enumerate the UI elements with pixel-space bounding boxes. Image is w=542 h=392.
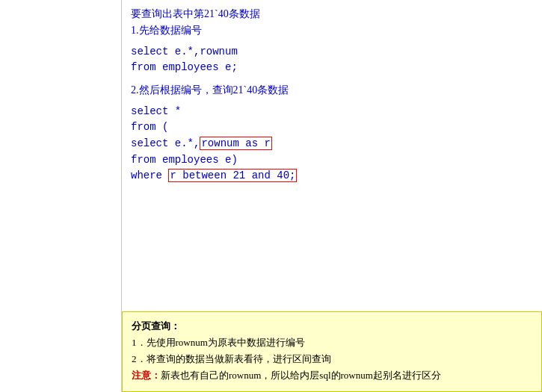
code2-line1: select * — [131, 104, 533, 120]
step1-label: 1.先给数据编号 — [131, 22, 533, 39]
heading1: 要查询出表中第21`40条数据 — [131, 6, 533, 22]
code2-line2: from ( — [131, 119, 533, 136]
right-panel: 要查询出表中第21`40条数据 1.先给数据编号 select e.*,rown… — [122, 0, 542, 392]
code-block-2: select * from ( select e.*,rownum as r f… — [131, 104, 533, 184]
tooltip-title: 分页查询： — [132, 318, 532, 335]
code-block-1: select e.*,rownum from employees e; — [131, 44, 533, 76]
tooltip-note: 注意：新表也有自己的rownum，所以给内层sql的rownum起别名进行区分 — [132, 367, 532, 384]
main-container: 要查询出表中第21`40条数据 1.先给数据编号 select e.*,rown… — [0, 0, 542, 392]
tooltip-item1: 1．先使用rownum为原表中数据进行编号 — [132, 335, 532, 351]
code2-line3: select e.*,rownum as r — [131, 136, 533, 152]
step2-label: 2.然后根据编号，查询21`40条数据 — [131, 82, 533, 99]
code1-line2: from employees e; — [131, 60, 533, 76]
code2-line5: where r between 21 and 40; — [131, 168, 533, 184]
tooltip-box: 分页查询： 1．先使用rownum为原表中数据进行编号 2．将查询的数据当做新表… — [122, 311, 542, 392]
highlight-r-between: r between 21 and 40; — [168, 169, 297, 182]
left-panel — [0, 0, 122, 392]
code1-line1: select e.*,rownum — [131, 44, 533, 60]
highlight-rownum-as-r: rownum as r — [200, 137, 271, 150]
note-label: 注意： — [132, 370, 161, 381]
tooltip-item2: 2．将查询的数据当做新表看待，进行区间查询 — [132, 351, 532, 367]
code2-line4: from employees e) — [131, 152, 533, 169]
